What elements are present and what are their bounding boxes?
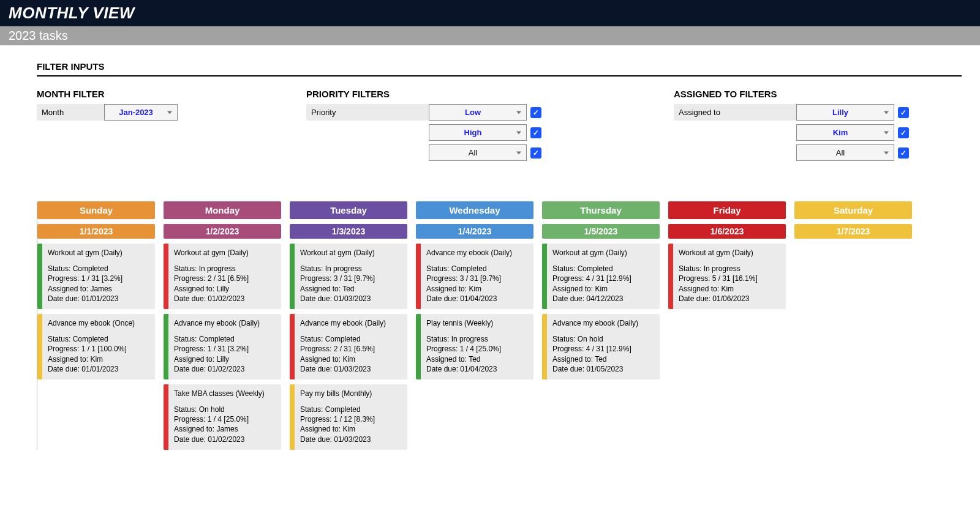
task-assigned: Assigned to: James xyxy=(174,424,265,434)
assigned-select-kim[interactable]: Kim xyxy=(796,124,894,141)
task-status: Status: Completed xyxy=(552,264,631,274)
task-status: Status: Completed xyxy=(300,405,375,414)
task-priority-stripe xyxy=(37,244,42,309)
task-due: Date due: 01/03/2023 xyxy=(300,294,375,304)
task-status: Status: In progress xyxy=(174,264,249,274)
assigned-checkbox-kim[interactable]: ✓ xyxy=(898,127,909,138)
task-due: Date due: 01/04/2023 xyxy=(426,294,512,304)
priority-checkbox-low[interactable]: ✓ xyxy=(530,107,541,118)
task-progress: Progress: 3 / 31 [9.7%] xyxy=(426,274,512,283)
task-assigned: Assigned to: Lilly xyxy=(174,354,260,364)
task-status: Status: Completed xyxy=(174,334,260,344)
task-card[interactable]: Advance my ebook (Daily)Status: Complete… xyxy=(290,314,407,379)
task-assigned: Assigned to: Kim xyxy=(300,354,386,364)
task-body: Workout at gym (Daily)Status: In progres… xyxy=(673,244,763,309)
task-title: Play tennis (Weekly) xyxy=(426,318,501,328)
task-priority-stripe xyxy=(416,314,421,379)
task-assigned: Assigned to: James xyxy=(48,284,123,294)
day-date: 1/6/2023 xyxy=(668,224,786,239)
task-title: Workout at gym (Daily) xyxy=(174,248,249,258)
priority-checkbox-all[interactable]: ✓ xyxy=(530,147,541,159)
task-title: Advance my ebook (Daily) xyxy=(174,318,260,328)
task-body: Workout at gym (Daily)Status: CompletedP… xyxy=(547,244,637,309)
assigned-select-lilly[interactable]: Lilly xyxy=(796,104,894,121)
task-body: Advance my ebook (Once)Status: Completed… xyxy=(42,314,140,379)
task-assigned: Assigned to: Lilly xyxy=(174,284,249,294)
task-progress: Progress: 5 / 31 [16.1%] xyxy=(679,274,758,283)
task-card[interactable]: Play tennis (Weekly)Status: In progressP… xyxy=(416,314,533,379)
task-priority-stripe xyxy=(290,244,295,309)
month-filter-label: Month xyxy=(37,104,104,121)
task-card[interactable]: Workout at gym (Daily)Status: CompletedP… xyxy=(37,244,155,309)
task-status: Status: On hold xyxy=(552,334,638,344)
task-card[interactable]: Advance my ebook (Once)Status: Completed… xyxy=(37,314,155,379)
priority-checkbox-high[interactable]: ✓ xyxy=(530,127,541,138)
calendar-week: Sunday1/1/2023Workout at gym (Daily)Stat… xyxy=(37,201,962,450)
task-body: Workout at gym (Daily)Status: In progres… xyxy=(295,244,380,309)
task-status: Status: Completed xyxy=(300,334,386,344)
task-status: Status: In progress xyxy=(426,334,501,344)
task-card[interactable]: Workout at gym (Daily)Status: In progres… xyxy=(164,244,281,309)
task-priority-stripe xyxy=(542,314,547,379)
task-priority-stripe xyxy=(290,384,295,450)
day-name: Friday xyxy=(668,201,786,219)
task-body: Pay my bills (Monthly)Status: CompletedP… xyxy=(295,384,380,450)
task-progress: Progress: 1 / 12 [8.3%] xyxy=(300,414,375,424)
task-due: Date due: 01/03/2023 xyxy=(300,435,375,444)
task-priority-stripe xyxy=(668,244,673,309)
day-name: Thursday xyxy=(542,201,660,219)
task-priority-stripe xyxy=(164,384,168,450)
task-title: Advance my ebook (Once) xyxy=(48,318,135,328)
task-assigned: Assigned to: Kim xyxy=(300,424,375,434)
task-assigned: Assigned to: Kim xyxy=(48,354,135,364)
task-due: Date due: 04/12/2023 xyxy=(552,294,631,304)
priority-filter-title: PRIORITY FILTERS xyxy=(306,89,674,99)
task-card[interactable]: Workout at gym (Daily)Status: In progres… xyxy=(668,244,786,309)
task-status: Status: In progress xyxy=(300,264,375,274)
task-status: Status: In progress xyxy=(679,264,758,274)
priority-select-low[interactable]: Low xyxy=(429,104,527,121)
priority-label: Priority xyxy=(306,104,429,121)
assigned-select-all[interactable]: All xyxy=(796,144,894,161)
day-date: 1/2/2023 xyxy=(164,224,281,239)
task-status: Status: On hold xyxy=(174,405,265,414)
task-body: Advance my ebook (Daily)Status: Complete… xyxy=(168,314,265,379)
task-card[interactable]: Workout at gym (Daily)Status: CompletedP… xyxy=(542,244,660,309)
day-name: Tuesday xyxy=(290,201,407,219)
task-card[interactable]: Advance my ebook (Daily)Status: On holdP… xyxy=(542,314,660,379)
task-priority-stripe xyxy=(290,314,295,379)
task-assigned: Assigned to: Kim xyxy=(426,284,512,294)
task-title: Take MBA classes (Weekly) xyxy=(174,389,265,398)
task-title: Advance my ebook (Daily) xyxy=(552,318,638,328)
task-card[interactable]: Take MBA classes (Weekly)Status: On hold… xyxy=(164,384,281,450)
task-due: Date due: 01/02/2023 xyxy=(174,435,265,444)
priority-select-all[interactable]: All xyxy=(429,144,527,161)
day-date: 1/4/2023 xyxy=(416,224,533,239)
task-assigned: Assigned to: Ted xyxy=(300,284,375,294)
priority-select-high[interactable]: High xyxy=(429,124,527,141)
assigned-filter-title: ASSIGNED TO FILTERS xyxy=(674,89,962,99)
task-due: Date due: 01/01/2023 xyxy=(48,294,123,304)
day-date: 1/1/2023 xyxy=(37,224,155,239)
task-progress: Progress: 4 / 31 [12.9%] xyxy=(552,274,631,283)
task-card[interactable]: Pay my bills (Monthly)Status: CompletedP… xyxy=(290,384,407,450)
day-name: Saturday xyxy=(794,201,912,219)
task-card[interactable]: Workout at gym (Daily)Status: In progres… xyxy=(290,244,407,309)
assigned-checkbox-all[interactable]: ✓ xyxy=(898,147,909,159)
day-name: Monday xyxy=(164,201,281,219)
task-progress: Progress: 1 / 4 [25.0%] xyxy=(174,414,265,424)
day-column-wednesday: Wednesday1/4/2023Advance my ebook (Daily… xyxy=(416,201,533,379)
task-priority-stripe xyxy=(164,314,168,379)
task-status: Status: Completed xyxy=(48,334,135,344)
day-date: 1/7/2023 xyxy=(794,224,912,239)
day-column-friday: Friday1/6/2023Workout at gym (Daily)Stat… xyxy=(668,201,786,309)
task-card[interactable]: Advance my ebook (Daily)Status: Complete… xyxy=(416,244,533,309)
task-card[interactable]: Advance my ebook (Daily)Status: Complete… xyxy=(164,314,281,379)
day-column-saturday: Saturday1/7/2023 xyxy=(794,201,912,239)
assigned-checkbox-lilly[interactable]: ✓ xyxy=(898,107,909,118)
month-select[interactable]: Jan-2023 xyxy=(104,104,178,121)
day-date: 1/3/2023 xyxy=(290,224,407,239)
task-priority-stripe xyxy=(37,314,42,379)
day-column-tuesday: Tuesday1/3/2023Workout at gym (Daily)Sta… xyxy=(290,201,407,450)
task-body: Workout at gym (Daily)Status: In progres… xyxy=(168,244,254,309)
